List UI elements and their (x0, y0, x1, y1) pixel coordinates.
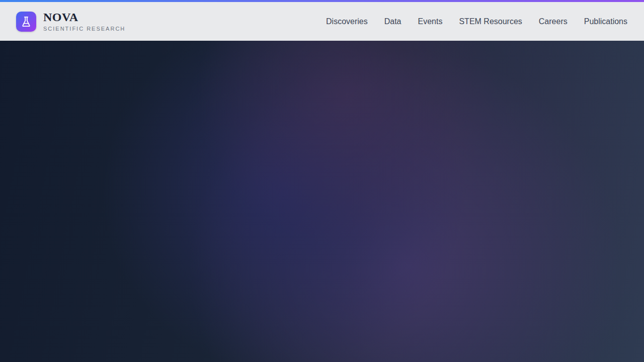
nav-link-events[interactable]: Events (418, 17, 443, 26)
nav-link-discoveries[interactable]: Discoveries (326, 17, 368, 26)
nav-link-data[interactable]: Data (384, 17, 401, 26)
main-nav: Discoveries Data Events STEM Resources C… (326, 17, 627, 26)
site-header: NOVA SCIENTIFIC RESEARCH Discoveries Dat… (0, 2, 644, 41)
hero-section (0, 41, 644, 362)
brand-tagline: SCIENTIFIC RESEARCH (43, 26, 125, 32)
brand-name: NOVA (43, 11, 125, 23)
flask-logo-icon (16, 12, 36, 32)
brand-text: NOVA SCIENTIFIC RESEARCH (43, 11, 125, 32)
brand[interactable]: NOVA SCIENTIFIC RESEARCH (16, 11, 125, 32)
nav-link-careers[interactable]: Careers (539, 17, 568, 26)
nav-link-publications[interactable]: Publications (584, 17, 627, 26)
nav-link-stem-resources[interactable]: STEM Resources (459, 17, 522, 26)
page: NOVA SCIENTIFIC RESEARCH Discoveries Dat… (0, 0, 644, 362)
